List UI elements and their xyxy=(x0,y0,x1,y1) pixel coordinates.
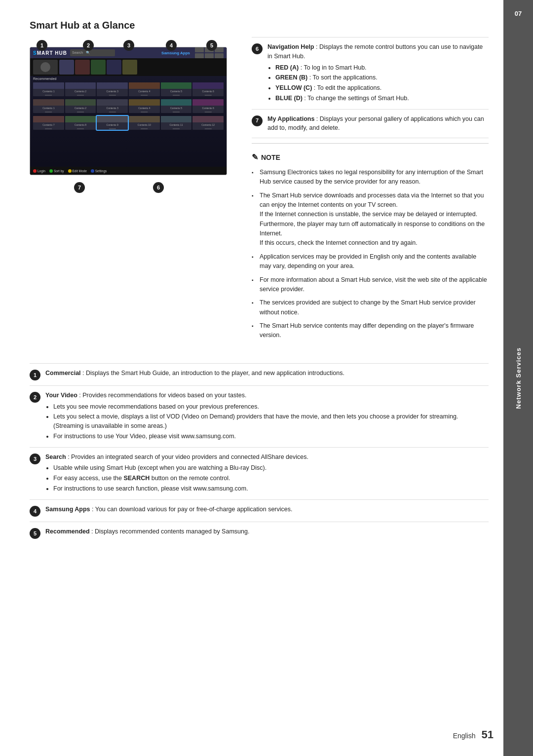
desc-text-1: Commercial : Displays the Smart Hub Guid… xyxy=(45,369,489,378)
chapter-sidebar: 07 Network Services xyxy=(503,0,533,756)
desc-text-7: My Applications : Displays your personal… xyxy=(267,114,489,133)
desc-text-6: Navigation Help : Displays the remote co… xyxy=(267,42,489,104)
smarthub-diagram-wrapper: 1 2 3 4 5 xyxy=(30,47,227,175)
note-item-6: The Smart Hub service contents may diffe… xyxy=(252,321,489,340)
descriptions-list: 1 Commercial : Displays the Smart Hub Gu… xyxy=(30,363,489,544)
samsung-apps-label: Samsung Apps xyxy=(161,51,190,55)
badge-2: 2 xyxy=(83,40,94,51)
language-label: English xyxy=(453,732,476,740)
desc-text-2: Your Video : Provides recommendations fo… xyxy=(45,391,489,442)
desc-item-7: 7 My Applications : Displays your person… xyxy=(252,110,489,139)
num-badge-6: 6 xyxy=(252,43,263,54)
note-title: ✎ NOTE xyxy=(252,151,489,164)
note-item-2: The Smart Hub service downloads and proc… xyxy=(252,191,489,248)
num-badge-1-bottom: 1 xyxy=(30,370,40,380)
badge-3: 3 xyxy=(123,40,134,51)
smarthub-logo: SMART HUB xyxy=(33,50,67,56)
smarthub-search: Search 🔍 xyxy=(70,49,115,56)
desc-item-6: 6 Navigation Help : Displays the remote … xyxy=(252,37,489,110)
desc-text-3: Search : Provides an integrated search o… xyxy=(45,453,489,494)
note-item-1: Samsung Electronics takes no legal respo… xyxy=(252,168,489,187)
note-icon: ✎ xyxy=(252,151,258,164)
desc-item-2: 2 Your Video : Provides recommendations … xyxy=(30,386,489,448)
badge-6: 6 xyxy=(153,182,164,193)
badge-4: 4 xyxy=(166,40,177,51)
smarthub-bottom-bar: Login Sort by Edit Mode xyxy=(30,167,227,175)
desc-text-5: Recommended : Displays recommended conte… xyxy=(45,527,489,536)
chapter-number: 07 xyxy=(515,10,522,17)
chapter-label: Network Services xyxy=(515,347,522,409)
desc-text-4: Samsung Apps : You can download various … xyxy=(45,505,489,514)
page-number: 51 xyxy=(482,728,494,741)
num-badge-2-bottom: 2 xyxy=(30,392,40,403)
note-item-3: Application services may be provided in … xyxy=(252,252,489,271)
desc-item-3: 3 Search : Provides an integrated search… xyxy=(30,448,489,500)
badge-7: 7 xyxy=(74,182,85,193)
note-list: Samsung Electronics takes no legal respo… xyxy=(252,168,489,340)
page-footer: English 51 xyxy=(453,728,494,741)
desc-item-1: 1 Commercial : Displays the Smart Hub Gu… xyxy=(30,363,489,386)
note-section: ✎ NOTE Samsung Electronics takes no lega… xyxy=(252,151,489,340)
note-item-5: The services provided are subject to cha… xyxy=(252,298,489,317)
badge-1: 1 xyxy=(37,40,47,51)
recommended-label-diagram: Recommended xyxy=(30,76,227,80)
num-badge-7: 7 xyxy=(252,115,263,126)
page-title: Smart Hub at a Glance xyxy=(30,20,489,31)
num-badge-5-bottom: 5 xyxy=(30,528,40,539)
desc-item-4: 4 Samsung Apps : You can download variou… xyxy=(30,500,489,522)
badge-5: 5 xyxy=(206,40,217,51)
desc-item-5: 5 Recommended : Displays recommended con… xyxy=(30,522,489,544)
note-item-4: For more information about a Smart Hub s… xyxy=(252,275,489,295)
num-badge-4-bottom: 4 xyxy=(30,506,40,517)
smarthub-diagram: SMART HUB Search 🔍 Samsung Apps xyxy=(30,47,227,175)
num-badge-3-bottom: 3 xyxy=(30,454,40,464)
